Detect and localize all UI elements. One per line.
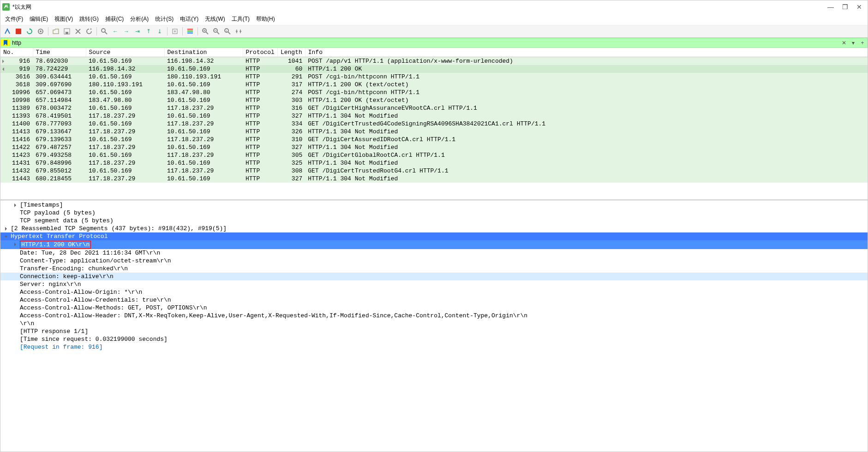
detail-tcp-segment[interactable]: TCP segment data (5 bytes) [0, 217, 868, 225]
table-row[interactable]: 91678.69203010.61.50.169116.198.14.32HTT… [0, 57, 868, 65]
minimize-button[interactable]: — [827, 3, 834, 11]
table-header: No. Time Source Destination Protocol Len… [0, 48, 868, 57]
table-row[interactable]: 11400678.77709310.61.50.169117.18.237.29… [0, 120, 868, 128]
menu-view[interactable]: 视图(V) [54, 15, 73, 23]
detail-respnum[interactable]: [HTTP response 1/1] [0, 327, 868, 335]
highlight-status: HTTP/1.1 200 OK\r\n [20, 241, 91, 249]
go-forward-icon[interactable]: → [121, 26, 132, 36]
packet-table: No. Time Source Destination Protocol Len… [0, 48, 868, 183]
table-row[interactable]: 11413679.133647117.18.237.2910.61.50.169… [0, 128, 868, 136]
table-row[interactable]: 11389678.00347210.61.50.169117.18.237.29… [0, 104, 868, 112]
reload-icon[interactable] [84, 26, 94, 36]
menu-statistics[interactable]: 统计(S) [155, 15, 174, 23]
resize-columns-icon[interactable] [233, 26, 244, 36]
svg-rect-7 [173, 29, 177, 34]
menu-file[interactable]: 文件(F) [5, 15, 23, 23]
auto-scroll-icon[interactable] [170, 26, 180, 36]
table-row[interactable]: 11423679.49325810.61.50.169117.18.237.29… [0, 151, 868, 159]
svg-line-19 [228, 32, 230, 34]
detail-acah[interactable]: Access-Control-Allow-Header: DNT,X-Mx-Re… [0, 312, 868, 320]
start-capture-icon[interactable] [2, 26, 12, 36]
menu-edit[interactable]: 编辑(E) [30, 15, 48, 23]
detail-acao[interactable]: Access-Control-Allow-Origin: *\r\n [0, 288, 868, 296]
table-row[interactable]: 10998657.114984183.47.98.8010.61.50.169H… [0, 96, 868, 104]
table-row[interactable]: 3616309.63444110.61.50.169180.110.193.19… [0, 73, 868, 81]
go-to-packet-icon[interactable]: ⇥ [132, 26, 143, 36]
go-back-icon[interactable]: ← [110, 26, 120, 36]
col-length[interactable]: Length [277, 48, 305, 57]
detail-status-line[interactable]: HTTP/1.1 200 OK\r\n [0, 240, 868, 249]
detail-connection[interactable]: Connection: keep-alive\r\n [0, 273, 868, 280]
last-packet-icon[interactable]: ⤓ [155, 26, 165, 36]
separator [167, 27, 168, 36]
col-no[interactable]: No. [0, 48, 33, 57]
colorize-icon[interactable] [185, 26, 195, 36]
zoom-in-icon[interactable] [200, 26, 210, 36]
table-row[interactable]: 11393678.419501117.18.237.2910.61.50.169… [0, 112, 868, 120]
col-time[interactable]: Time [33, 48, 86, 57]
maximize-button[interactable]: ❐ [842, 3, 848, 11]
table-row[interactable]: 11422679.487257117.18.237.2910.61.50.169… [0, 143, 868, 151]
detail-time-since[interactable]: [Time since request: 0.032199000 seconds… [0, 335, 868, 343]
table-row[interactable]: 11443680.218455117.18.237.2910.61.50.169… [0, 175, 868, 183]
col-source[interactable]: Source [86, 48, 164, 57]
zoom-out-icon[interactable] [211, 26, 221, 36]
table-row[interactable]: 3618309.697690180.110.193.19110.61.50.16… [0, 81, 868, 89]
table-row[interactable]: 10996657.06947310.61.50.169183.47.98.80H… [0, 89, 868, 96]
menu-analyze[interactable]: 分析(A) [130, 15, 149, 23]
packet-list-pane[interactable]: No. Time Source Destination Protocol Len… [0, 48, 868, 200]
detail-content-type[interactable]: Content-Type: application/octet-stream\r… [0, 257, 868, 265]
detail-http-protocol[interactable]: Hypertext Transfer Protocol [0, 232, 868, 240]
svg-line-16 [217, 32, 219, 34]
menu-help[interactable]: 帮助(H) [256, 15, 275, 23]
svg-rect-0 [16, 29, 21, 34]
detail-acam[interactable]: Access-Control-Allow-Methods: GET, POST,… [0, 304, 868, 312]
detail-acac[interactable]: Access-Control-Allow-Credentials: true\r… [0, 296, 868, 304]
menu-capture[interactable]: 捕获(C) [105, 15, 124, 23]
detail-timestamps[interactable]: [Timestamps] [0, 201, 868, 209]
clear-filter-icon[interactable]: ✕ [839, 40, 849, 46]
display-filter-input[interactable] [10, 39, 839, 47]
menu-telephony[interactable]: 电话(Y) [180, 15, 198, 23]
col-info[interactable]: Info [305, 48, 867, 57]
window-controls: — ❐ ✕ [827, 3, 862, 11]
col-protocol[interactable]: Protocol [243, 48, 277, 57]
table-row[interactable]: 11416679.13963310.61.50.169117.18.237.29… [0, 136, 868, 143]
capture-options-icon[interactable] [36, 26, 46, 36]
table-row[interactable]: 91978.724229116.198.14.3210.61.50.169HTT… [0, 65, 868, 73]
separator [96, 27, 97, 36]
restart-capture-icon[interactable] [24, 26, 35, 36]
bookmark-filter-icon[interactable] [1, 40, 10, 46]
detail-crlf[interactable]: \r\n [0, 320, 868, 327]
menu-tools[interactable]: 工具(T) [232, 15, 250, 23]
zoom-reset-icon[interactable]: 1 [222, 26, 233, 36]
apply-filter-icon[interactable]: ▾ [849, 40, 858, 46]
col-destination[interactable]: Destination [164, 48, 243, 57]
find-icon[interactable] [99, 26, 109, 36]
close-file-icon[interactable] [73, 26, 83, 36]
add-filter-button-icon[interactable]: + [858, 40, 867, 46]
stop-capture-icon[interactable] [13, 26, 24, 36]
detail-reassembled[interactable]: [2 Reassembled TCP Segments (437 bytes):… [0, 225, 868, 232]
save-file-icon[interactable] [62, 26, 72, 36]
svg-rect-8 [187, 29, 193, 30]
packet-detail-pane[interactable]: [Timestamps] TCP payload (5 bytes) TCP s… [0, 200, 868, 452]
first-packet-icon[interactable]: ⤒ [144, 26, 154, 36]
table-row[interactable]: 11432679.85501210.61.50.169117.18.237.29… [0, 167, 868, 175]
open-file-icon[interactable] [51, 26, 61, 36]
app-window: *以太网 — ❐ ✕ 文件(F) 编辑(E) 视图(V) 跳转(G) 捕获(C)… [0, 0, 868, 452]
separator [182, 27, 183, 36]
svg-point-5 [102, 29, 105, 32]
table-row[interactable]: 11431679.848996117.18.237.2910.61.50.169… [0, 159, 868, 167]
detail-tcp-payload[interactable]: TCP payload (5 bytes) [0, 209, 868, 217]
detail-server[interactable]: Server: nginx\r\n [0, 280, 868, 288]
separator [198, 27, 198, 36]
title-bar: *以太网 — ❐ ✕ [0, 0, 868, 13]
detail-transfer-encoding[interactable]: Transfer-Encoding: chunked\r\n [0, 265, 868, 273]
close-button[interactable]: ✕ [856, 3, 862, 11]
detail-request-frame[interactable]: [Request in frame: 916] [0, 343, 868, 351]
menu-goto[interactable]: 跳转(G) [79, 15, 98, 23]
menu-wireless[interactable]: 无线(W) [205, 15, 225, 23]
svg-rect-10 [187, 32, 193, 34]
detail-date[interactable]: Date: Tue, 28 Dec 2021 11:16:34 GMT\r\n [0, 249, 868, 257]
